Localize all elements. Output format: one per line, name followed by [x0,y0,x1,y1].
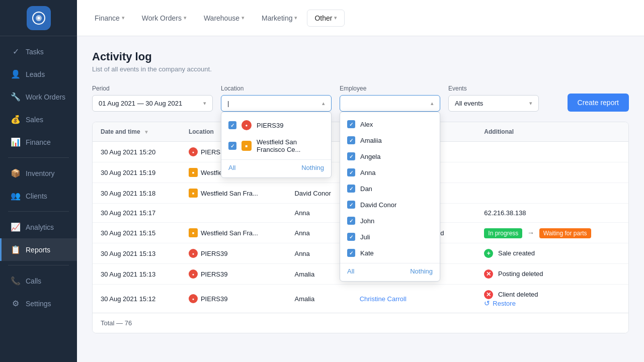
sidebar-item-tasks[interactable]: ✓ Tasks [0,40,77,63]
location-nothing-link[interactable]: Nothing [301,164,324,171]
chevron-down-icon: ▾ [184,15,187,21]
cell-location: PIERS39 [181,264,287,285]
employee-option-amaliia[interactable]: Amaliia [340,132,440,148]
sidebar-item-label: Analytics [26,223,54,231]
employee-nothing-link[interactable]: Nothing [410,267,433,275]
clients-icon: 👥 [11,191,21,201]
cell-additional [476,162,628,183]
sale-created-icon: + [484,249,493,258]
employee-checkbox-dan[interactable] [347,185,355,193]
location-checkbox-piers39[interactable] [228,121,236,129]
employee-option-anna[interactable]: Anna [340,164,440,180]
sales-icon: 💰 [11,115,21,124]
col-datetime[interactable]: Date and time ▼ [93,122,181,142]
cell-datetime: 30 Aug 2021 15:13 [93,264,181,285]
location-all-link[interactable]: All [228,164,235,171]
employee-option-alex[interactable]: Alex [340,116,440,132]
sidebar-item-calls[interactable]: 📞 Calls [0,269,77,292]
employee-option-juli[interactable]: Juli [340,229,440,245]
sidebar-item-clients[interactable]: 👥 Clients [0,185,77,207]
sidebar-item-label: Reports [26,246,50,254]
events-select[interactable]: All events ▾ [448,95,539,112]
employee-option-dan[interactable]: Dan [340,180,440,197]
col-additional: Additional [476,122,628,142]
cell-additional: 62.216.38.138 [476,204,628,223]
location-dropdown-footer: All Nothing [221,159,331,173]
topnav-other-label: Other [314,14,332,22]
employee-input[interactable] [346,100,422,107]
location-select[interactable]: ▴ [221,95,332,112]
employee-checkbox-juli[interactable] [347,233,355,241]
cell-employee: Amalia [286,285,351,313]
topnav-finance[interactable]: Finance ▾ [87,10,132,27]
topnav-other[interactable]: Other ▾ [307,10,345,27]
cell-additional: ✕ Client deleted ↺ Restore [476,285,628,313]
employee-checkbox-david-conor[interactable] [347,201,355,209]
employee-all-link[interactable]: All [347,267,354,275]
employee-select[interactable]: ▴ [340,95,440,112]
employee-checkbox-kate[interactable] [347,249,355,257]
cell-datetime: 30 Aug 2021 15:19 [93,162,181,183]
chevron-down-icon: ▾ [294,15,297,21]
chevron-down-icon: ▾ [529,100,532,107]
cell-additional [476,142,628,162]
topnav-marketing[interactable]: Marketing ▾ [254,10,305,27]
topnav-work-orders[interactable]: Work Orders ▾ [134,10,194,27]
sidebar-nav: ✓ Tasks 👤 Leads 🔧 Work Orders 💰 Sales 📊 … [0,36,77,362]
svg-point-2 [37,17,40,19]
employee-option-david-conor[interactable]: David Conor [340,197,440,213]
sidebar-item-label: Work Orders [26,93,65,101]
reports-icon: 📋 [11,245,21,254]
employee-option-kate[interactable]: Kate [340,245,440,261]
period-select[interactable]: 01 Aug 2021 — 30 Aug 2021 ▾ [92,95,213,112]
sidebar-item-work-orders[interactable]: 🔧 Work Orders [0,85,77,108]
location-text: PIERS39 [201,270,227,278]
chevron-down-icon: ▾ [122,15,125,21]
location-orange-icon [189,189,198,198]
sidebar-item-leads[interactable]: 👤 Leads [0,63,77,85]
employee-label: Employee [340,85,440,92]
location-option-westfield[interactable]: Westfield San Francisco Ce... [221,134,331,157]
top-nav: Finance ▾ Work Orders ▾ Warehouse ▾ Mark… [77,0,644,36]
employee-checkbox-angela[interactable] [347,152,355,160]
employee-option-john[interactable]: John [340,213,440,229]
app-logo-icon [27,6,51,30]
topnav-warehouse[interactable]: Warehouse ▾ [196,10,252,27]
cell-datetime: 30 Aug 2021 15:12 [93,285,181,313]
cell-datetime: 30 Aug 2021 15:13 [93,243,181,264]
employee-checkbox-amaliia[interactable] [347,136,355,144]
chevron-down-icon: ▾ [242,15,245,21]
client-link[interactable]: Christine Carroll [360,295,407,303]
employee-checkbox-alex[interactable] [347,120,355,128]
sidebar-divider-3 [8,265,69,265]
finance-icon: 📊 [11,137,21,147]
employee-dropdown: Alex Amaliia Angela Anna [340,112,440,282]
cell-location [181,204,287,223]
cell-datetime: 30 Aug 2021 15:20 [93,142,181,162]
employee-option-amaliia-label: Amaliia [360,137,382,144]
sort-icon: ▼ [144,129,149,135]
inventory-icon: 📦 [11,168,21,178]
sidebar-item-finance[interactable]: 📊 Finance [0,131,77,153]
tasks-icon: ✓ [11,47,21,56]
sidebar-item-reports[interactable]: 📋 Reports [0,238,77,261]
sidebar-item-settings[interactable]: ⚙ Settings [0,292,77,315]
location-input[interactable] [227,100,308,107]
filters-row: Period 01 Aug 2021 — 30 Aug 2021 ▾ Locat… [92,85,629,112]
sidebar-item-sales[interactable]: 💰 Sales [0,108,77,131]
chevron-down-icon: ▾ [334,15,337,21]
location-text: PIERS39 [201,250,227,257]
restore-button[interactable]: ↺ Restore [484,299,620,307]
sidebar-item-analytics[interactable]: 📈 Analytics [0,216,77,238]
location-red-icon [189,269,198,279]
calls-icon: 📞 [11,276,21,286]
location-checkbox-westfield[interactable] [228,142,236,150]
sidebar-item-inventory[interactable]: 📦 Inventory [0,162,77,185]
employee-checkbox-john[interactable] [347,217,355,225]
location-option-piers39[interactable]: PIERS39 [221,116,331,134]
employee-checkbox-anna[interactable] [347,168,355,176]
employee-option-angela[interactable]: Angela [340,148,440,164]
location-text: Westfield San Fra... [201,229,258,237]
create-report-button[interactable]: Create report [568,94,629,112]
table-row: 30 Aug 2021 15:12 PIERS39 Amalia Christi… [93,285,628,313]
